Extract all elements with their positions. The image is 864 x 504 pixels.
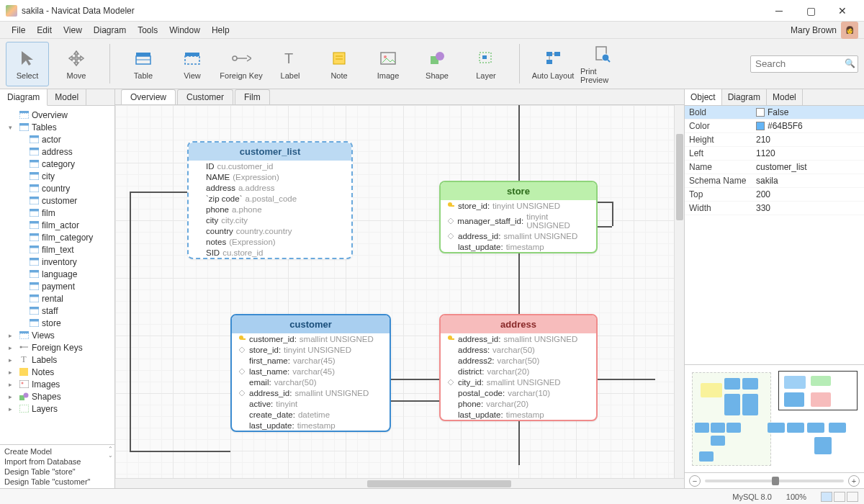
- window-maximize-button[interactable]: ▢: [795, 1, 827, 21]
- tree-section-notes[interactable]: ▸Notes: [3, 366, 112, 378]
- canvas-tab-customer[interactable]: Customer: [177, 89, 233, 104]
- view-mode-1-button[interactable]: [821, 492, 832, 502]
- tab-object[interactable]: Object: [685, 89, 722, 105]
- tree-table-film_actor[interactable]: film_actor: [3, 219, 112, 231]
- entity-field[interactable]: create_date: datetime: [232, 409, 390, 420]
- ribbon-preview-button[interactable]: Print Preview: [580, 42, 624, 86]
- diagram-canvas[interactable]: customer_list ID cu.customer_idNAME (Exp…: [115, 105, 684, 488]
- tree-table-city[interactable]: city: [3, 170, 112, 182]
- zoom-in-button[interactable]: +: [848, 475, 860, 487]
- tree-section-images[interactable]: ▸Images: [3, 378, 112, 390]
- entity-field[interactable]: ID cu.customer_id: [189, 161, 351, 171]
- entity-field[interactable]: country country.country: [189, 225, 351, 236]
- entity-field[interactable]: city city.city: [189, 215, 351, 225]
- property-grid[interactable]: Bold FalseColor #64B5F6Height210Left1120…: [685, 106, 864, 215]
- ribbon-shape-button[interactable]: Shape: [415, 42, 459, 86]
- search-input[interactable]: [750, 55, 858, 73]
- entity-field[interactable]: notes (Expression): [189, 236, 351, 247]
- prop-width[interactable]: Width330: [685, 202, 864, 215]
- tree-table-rental[interactable]: rental: [3, 292, 112, 305]
- prop-height[interactable]: Height210: [685, 133, 864, 147]
- entity-field[interactable]: `zip code` a.postal_code: [189, 193, 351, 204]
- entity-store[interactable]: store store_id: tinyint UNSIGNEDmanager_…: [439, 181, 598, 253]
- entity-field[interactable]: customer_id: smallint UNSIGNED: [232, 333, 390, 344]
- entity-field[interactable]: manager_staff_id: tinyint UNSIGNED: [441, 211, 596, 230]
- tree-table-language[interactable]: language: [3, 268, 112, 280]
- entity-field[interactable]: last_update: timestamp: [232, 420, 390, 431]
- entity-field[interactable]: address2: varchar(50): [441, 355, 596, 366]
- menu-help[interactable]: Help: [206, 24, 235, 37]
- prop-bold[interactable]: Bold False: [685, 106, 864, 120]
- tab-model-right[interactable]: Model: [767, 89, 803, 105]
- ribbon-view-button[interactable]: View: [171, 42, 214, 86]
- tree-section-shapes[interactable]: ▸Shapes: [3, 390, 112, 402]
- prop-color[interactable]: Color #64B5F6: [685, 120, 864, 133]
- entity-address[interactable]: address address_id: smallint UNSIGNEDadd…: [439, 314, 598, 421]
- menu-view[interactable]: View: [58, 24, 88, 37]
- tree-table-category[interactable]: category: [3, 158, 112, 170]
- tab-model[interactable]: Model: [48, 89, 86, 105]
- tree-section-layers[interactable]: ▸Layers: [3, 402, 112, 415]
- tree-table-address[interactable]: address: [3, 145, 112, 158]
- window-close-button[interactable]: ✕: [827, 1, 858, 21]
- entity-field[interactable]: district: varchar(20): [441, 366, 596, 377]
- entity-field[interactable]: last_name: varchar(45): [232, 366, 390, 377]
- canvas-horizontal-scrollbar[interactable]: [115, 478, 684, 488]
- entity-field[interactable]: address_id: smallint UNSIGNED: [441, 230, 596, 241]
- tab-diagram-right[interactable]: Diagram: [722, 89, 767, 105]
- entity-field[interactable]: store_id: tinyint UNSIGNED: [441, 200, 596, 211]
- ribbon-layer-button[interactable]: Layer: [464, 42, 508, 86]
- model-tree[interactable]: Overview▾Tablesactoraddresscategorycityc…: [0, 106, 114, 444]
- recent-item[interactable]: Design Table "store": [4, 467, 110, 477]
- entity-field[interactable]: store_id: tinyint UNSIGNED: [232, 344, 390, 355]
- entity-field[interactable]: last_update: timestamp: [441, 241, 596, 252]
- entity-field[interactable]: city_id: smallint UNSIGNED: [441, 377, 596, 387]
- tree-table-customer[interactable]: customer: [3, 194, 112, 207]
- ribbon-table-button[interactable]: Table: [122, 42, 165, 86]
- menu-edit[interactable]: Edit: [31, 24, 58, 37]
- entity-field[interactable]: first_name: varchar(45): [232, 355, 390, 366]
- tree-table-country[interactable]: country: [3, 182, 112, 194]
- entity-field[interactable]: SID cu.store_id: [189, 247, 351, 258]
- menu-diagram[interactable]: Diagram: [88, 24, 132, 37]
- tree-table-film_text[interactable]: film_text: [3, 243, 112, 256]
- tree-table-payment[interactable]: payment: [3, 280, 112, 292]
- tree-table-store[interactable]: store: [3, 317, 112, 329]
- entity-field[interactable]: phone a.phone: [189, 204, 351, 215]
- prop-schema-name[interactable]: Schema Namesakila: [685, 174, 864, 188]
- zoom-out-button[interactable]: −: [689, 475, 701, 487]
- tree-tables[interactable]: ▾Tables: [3, 121, 112, 133]
- ribbon-autolayout-button[interactable]: Auto Layout: [531, 42, 575, 86]
- recent-item[interactable]: Import from Database: [4, 456, 110, 467]
- minimap[interactable]: [685, 364, 864, 472]
- entity-customer-list[interactable]: customer_list ID cu.customer_idNAME (Exp…: [187, 141, 353, 259]
- tree-table-film[interactable]: film: [3, 207, 112, 219]
- entity-field[interactable]: phone: varchar(20): [441, 398, 596, 409]
- menu-file[interactable]: File: [6, 24, 31, 37]
- zoom-slider[interactable]: [705, 480, 844, 482]
- window-minimize-button[interactable]: ─: [763, 1, 795, 21]
- entity-field[interactable]: email: varchar(50): [232, 377, 390, 387]
- prop-name[interactable]: Namecustomer_list: [685, 161, 864, 174]
- ribbon-select-button[interactable]: Select: [6, 42, 49, 86]
- tree-table-film_category[interactable]: film_category: [3, 231, 112, 243]
- entity-field[interactable]: last_update: timestamp: [441, 409, 596, 420]
- prop-top[interactable]: Top200: [685, 188, 864, 202]
- entity-field[interactable]: postal_code: varchar(10): [441, 387, 596, 398]
- entity-field[interactable]: address a.address: [189, 182, 351, 193]
- menu-tools[interactable]: Tools: [132, 24, 163, 37]
- menu-window[interactable]: Window: [163, 24, 206, 37]
- entity-field[interactable]: active: tinyint: [232, 398, 390, 409]
- prop-left[interactable]: Left1120: [685, 147, 864, 161]
- ribbon-move-button[interactable]: Move: [55, 42, 98, 86]
- tree-overview[interactable]: Overview: [3, 109, 112, 121]
- entity-customer[interactable]: customer customer_id: smallint UNSIGNEDs…: [230, 314, 391, 432]
- tree-table-staff[interactable]: staff: [3, 305, 112, 317]
- canvas-vertical-scrollbar[interactable]: [674, 105, 684, 478]
- recent-scroll-up[interactable]: ⌃: [108, 446, 113, 452]
- entity-field[interactable]: address_id: smallint UNSIGNED: [441, 333, 596, 344]
- entity-field[interactable]: address_id: smallint UNSIGNED: [232, 387, 390, 398]
- entity-field[interactable]: NAME (Expression): [189, 171, 351, 182]
- recent-item[interactable]: Design Table "customer": [4, 477, 110, 487]
- recent-item[interactable]: Create Model: [4, 446, 110, 456]
